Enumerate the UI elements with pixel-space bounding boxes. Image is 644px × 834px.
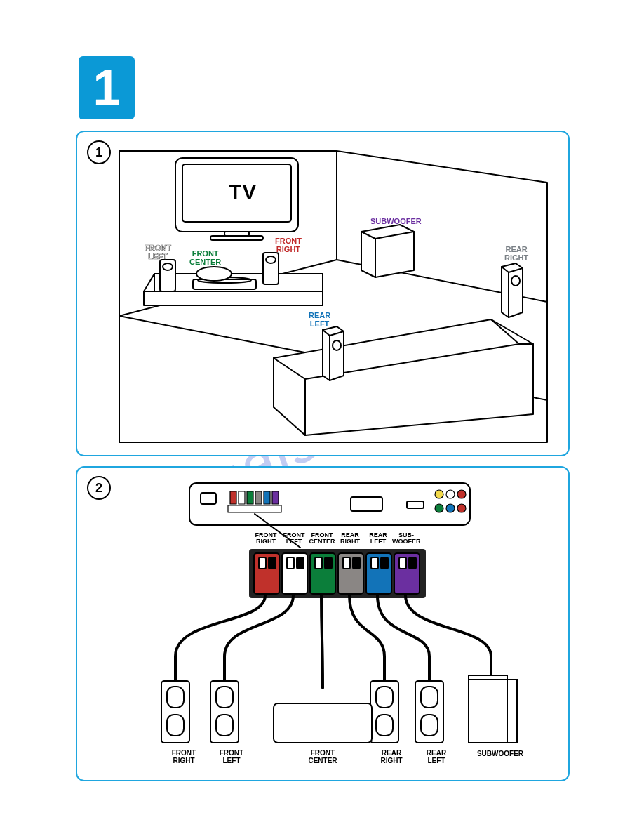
svg-rect-60 [415, 681, 443, 743]
manual-page: 1 manualshive.com 1 [0, 0, 644, 834]
svg-rect-12 [263, 253, 279, 284]
terminal-label-front-right: FRONT RIGHT [252, 532, 280, 545]
svg-rect-49 [315, 557, 322, 569]
terminal-label-rear-right: REAR RIGHT [336, 532, 364, 545]
svg-point-32 [446, 490, 455, 498]
tv-label: TV [229, 180, 257, 204]
terminal-label-front-center: FRONT CENTER [308, 532, 336, 545]
svg-rect-27 [272, 491, 279, 504]
terminal-label-subwoofer: SUB- WOOFER [392, 532, 420, 545]
bottom-label-subwoofer: SUBWOOFER [469, 750, 532, 758]
bottom-label-front-right: FRONT RIGHT [163, 750, 205, 764]
panel-speaker-wiring: 2 [76, 466, 570, 781]
svg-rect-25 [255, 491, 262, 504]
svg-point-11 [196, 267, 232, 281]
substep-1-badge: 1 [87, 140, 111, 164]
svg-rect-22 [230, 491, 236, 504]
svg-rect-51 [343, 557, 350, 569]
label-front-left: FRONT LEFT [145, 244, 171, 260]
svg-rect-59 [370, 681, 398, 743]
bottom-label-rear-right: REAR RIGHT [370, 750, 412, 764]
room-illustration [112, 140, 554, 449]
svg-point-31 [435, 490, 443, 498]
substep-2-badge: 2 [87, 476, 111, 500]
label-front-center: FRONT CENTER [189, 250, 221, 266]
svg-point-36 [457, 504, 466, 512]
svg-rect-7 [193, 279, 256, 289]
terminal-label-front-left: FRONT LEFT [280, 532, 308, 545]
svg-point-34 [435, 504, 443, 512]
svg-rect-58 [210, 681, 239, 743]
svg-rect-57 [161, 681, 189, 743]
bottom-label-front-left: FRONT LEFT [210, 750, 253, 764]
svg-point-33 [457, 490, 466, 498]
svg-rect-48 [297, 557, 304, 569]
svg-rect-71 [507, 680, 517, 743]
wiring-illustration [112, 477, 540, 772]
svg-rect-69 [274, 703, 372, 743]
svg-rect-55 [399, 557, 406, 569]
svg-rect-45 [259, 557, 266, 569]
label-rear-left: REAR LEFT [309, 312, 330, 328]
svg-rect-46 [269, 557, 276, 569]
svg-rect-9 [160, 260, 175, 291]
substep-2-number: 2 [95, 481, 102, 495]
svg-rect-24 [247, 491, 253, 504]
svg-rect-50 [325, 557, 332, 569]
svg-rect-56 [409, 557, 416, 569]
bottom-label-front-center: FRONT CENTER [295, 750, 351, 764]
label-front-right: FRONT RIGHT [275, 237, 302, 253]
step-number-text: 1 [93, 60, 121, 115]
svg-rect-54 [381, 557, 388, 569]
label-subwoofer: SUBWOOFER [370, 218, 422, 226]
svg-rect-5 [210, 236, 263, 240]
svg-rect-52 [353, 557, 360, 569]
svg-rect-70 [469, 675, 507, 743]
svg-rect-53 [371, 557, 378, 569]
label-rear-right: REAR RIGHT [504, 246, 528, 262]
terminal-label-rear-left: REAR LEFT [364, 532, 392, 545]
svg-rect-23 [239, 491, 245, 504]
panel-speaker-placement: 1 [76, 131, 570, 456]
bottom-label-rear-left: REAR LEFT [415, 750, 457, 764]
svg-rect-26 [264, 491, 270, 504]
step-number-badge: 1 [79, 56, 135, 119]
svg-rect-47 [287, 557, 294, 569]
svg-point-35 [446, 504, 455, 512]
substep-1-number: 1 [95, 145, 102, 159]
